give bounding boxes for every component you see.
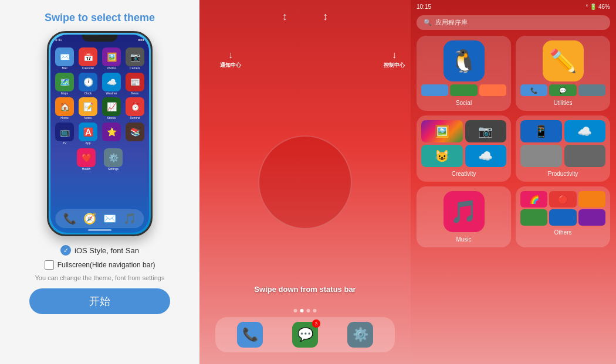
prod-phone-icon: 📱 bbox=[520, 120, 562, 142]
list-item: 🗺️ Maps bbox=[54, 73, 75, 96]
arrow-up-right-icon: ↕ bbox=[323, 11, 328, 23]
settings-icon: ⚙️ bbox=[104, 148, 123, 167]
camera-app-icon: 📷 bbox=[126, 47, 144, 66]
app-folders-grid: 🐧 Social ✏️ 📞 💬 Utilities bbox=[411, 32, 616, 251]
dock-messages-icon: 💬 3 bbox=[292, 322, 318, 348]
start-button[interactable]: 开始 bbox=[29, 288, 170, 314]
options-section: ✓ iOS Style, font San Fullscreen(Hide na… bbox=[12, 245, 188, 314]
social-sub-icon-3 bbox=[479, 84, 506, 96]
utilities-main-icon: ✏️ bbox=[543, 40, 584, 81]
search-bar[interactable]: 🔍 应用程序库 bbox=[417, 15, 610, 30]
music-folder: 🎵 Music bbox=[417, 186, 511, 247]
social-folder-label: Social bbox=[456, 100, 472, 106]
list-item: 📺 TV bbox=[54, 123, 75, 145]
mail-app-icon: ✉️ bbox=[55, 47, 74, 66]
others-icon3 bbox=[578, 191, 605, 207]
productivity-folder-label: Productivity bbox=[548, 171, 578, 177]
hint-text: You can change the theme, font from sett… bbox=[35, 274, 165, 281]
fullscreen-row[interactable]: Fullscreen(Hide navigation bar) bbox=[45, 260, 155, 270]
list-item: 🕐 Clock bbox=[77, 73, 99, 96]
ios-style-row: ✓ iOS Style, font San bbox=[60, 245, 139, 256]
swipe-instruction: Swipe down from status bar bbox=[254, 285, 356, 294]
dock-phone-icon: 📞 bbox=[63, 212, 76, 225]
prod-icon4 bbox=[564, 145, 606, 167]
page-dot-4 bbox=[313, 309, 317, 312]
dock-phone-icon: 📞 bbox=[237, 322, 263, 348]
others-folder: 🌈 🔴 Others bbox=[516, 186, 610, 247]
phone-time: 9:41 bbox=[55, 38, 62, 42]
util-phone: 📞 bbox=[520, 84, 547, 96]
creativity-folder-label: Creativity bbox=[452, 171, 476, 177]
reminders-app-icon: ⏰ bbox=[126, 97, 144, 116]
list-item: 🏠 Home bbox=[54, 97, 75, 120]
social-sub-icon-1 bbox=[421, 84, 448, 96]
dock-mail-icon: ✉️ bbox=[103, 212, 116, 225]
search-placeholder: 应用程序库 bbox=[435, 18, 468, 27]
phone-mockup: 9:41 ●●● ✉️ Mail 📅 Calendar 🖼️ Photos bbox=[47, 31, 153, 236]
arrows-container: ↕ ↕ bbox=[282, 11, 328, 23]
page-title: Swipe to select theme bbox=[45, 12, 155, 24]
middle-panel: 10:14 📶 WiFi 🔋 📱 Phone 13 L... ☁️ 天气 THU… bbox=[199, 0, 411, 364]
right-panel: 10:15 * 🔋 46% 🔍 应用程序库 🐧 Social ✏️ bbox=[411, 0, 616, 364]
phone-screen: 9:41 ●●● ✉️ Mail 📅 Calendar 🖼️ Photos bbox=[50, 35, 149, 233]
list-item: 📝 Notes bbox=[77, 97, 99, 120]
list-item: ⭐ bbox=[101, 123, 122, 145]
list-item: ⏰ Remind bbox=[124, 97, 145, 120]
list-item: ✉️ Mail bbox=[54, 47, 75, 70]
tv-app-icon: 📺 bbox=[55, 123, 74, 141]
dock-safari-icon: 🧭 bbox=[83, 212, 96, 225]
notes-app-icon: 📝 bbox=[79, 97, 97, 116]
checkmark-icon: ✓ bbox=[60, 245, 71, 256]
prod-cloud-icon: ☁️ bbox=[564, 120, 606, 142]
others-icon6 bbox=[578, 209, 605, 226]
phone-signal: ●●● bbox=[138, 38, 144, 42]
others-icon1: 🌈 bbox=[520, 191, 547, 207]
stocks-app-icon: 📈 bbox=[102, 97, 121, 116]
page-dot-1 bbox=[294, 309, 297, 312]
list-item: 📚 bbox=[124, 123, 145, 145]
list-item: 📰 News bbox=[124, 73, 145, 96]
phone-app-grid: ✉️ Mail 📅 Calendar 🖼️ Photos 📷 Camera bbox=[50, 45, 149, 147]
badge-3: 3 bbox=[312, 319, 320, 328]
weather-app-icon: ☁️ bbox=[102, 73, 121, 91]
list-item: 🅰️ App bbox=[77, 123, 99, 145]
fullscreen-label: Fullscreen(Hide navigation bar) bbox=[57, 261, 155, 269]
calendar-app-icon: 📅 bbox=[79, 47, 97, 66]
util-msg: 💬 bbox=[549, 84, 576, 96]
creativity-camera-icon: 📷 bbox=[465, 120, 507, 142]
creativity-folder: 🖼️ 📷 😺 ☁️ Creativity bbox=[417, 115, 511, 182]
music-folder-label: Music bbox=[456, 236, 471, 243]
utilities-folder: ✏️ 📞 💬 Utilities bbox=[516, 36, 610, 111]
health-icon: ❤️ bbox=[77, 148, 96, 167]
creativity-cat-icon: 😺 bbox=[421, 145, 463, 167]
left-panel: Swipe to select theme 9:41 ●●● ✉️ Mail 📅… bbox=[0, 0, 199, 364]
ios-style-label: iOS Style, font San bbox=[75, 246, 139, 255]
creativity-photos-icon: 🖼️ bbox=[421, 120, 463, 142]
util-other bbox=[578, 84, 605, 96]
list-item: ☁️ Weather bbox=[101, 73, 122, 96]
others-folder-label: Others bbox=[554, 229, 571, 236]
arrow-up-left-icon: ↕ bbox=[282, 11, 287, 23]
dock-settings-icon: ⚙️ bbox=[347, 322, 373, 348]
fullscreen-checkbox[interactable] bbox=[45, 260, 54, 270]
music-main-icon: 🎵 bbox=[444, 191, 485, 232]
utilities-folder-label: Utilities bbox=[553, 100, 572, 106]
right-status-bar: 10:15 * 🔋 46% bbox=[411, 0, 616, 13]
search-icon: 🔍 bbox=[424, 19, 432, 26]
page-dot-3 bbox=[307, 309, 310, 312]
home-app-icon: 🏠 bbox=[55, 97, 74, 116]
social-sub-icon-2 bbox=[450, 84, 477, 96]
photos-app-icon: 🖼️ bbox=[102, 47, 121, 66]
social-main-icon: 🐧 bbox=[444, 40, 485, 81]
dock-music-icon: 🎵 bbox=[123, 212, 136, 225]
right-status-icons: * 🔋 46% bbox=[586, 4, 610, 10]
creativity-cloud-icon: ☁️ bbox=[465, 145, 507, 167]
list-item: 📅 Calendar bbox=[77, 47, 99, 70]
others-icon4 bbox=[520, 209, 547, 226]
list-item: 🖼️ Photos bbox=[101, 47, 122, 70]
phone-notch bbox=[82, 35, 117, 42]
notification-center-label: ↓ 通知中心 bbox=[220, 50, 241, 69]
middle-dock: 📞 💬 3 ⚙️ bbox=[215, 317, 395, 352]
others-icon2: 🔴 bbox=[549, 191, 576, 207]
home-indicator bbox=[88, 229, 111, 231]
